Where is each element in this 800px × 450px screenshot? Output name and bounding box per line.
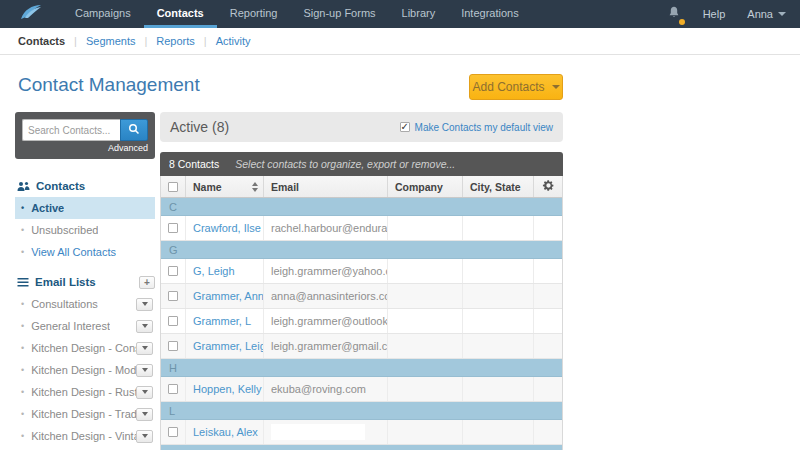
bullet-icon: •	[21, 409, 24, 419]
add-contacts-label: Add Contacts	[472, 80, 544, 94]
contact-company	[388, 334, 463, 358]
sidebar-item-unsubscribed[interactable]: •Unsubscribed	[15, 219, 155, 241]
contact-city-state	[463, 334, 534, 358]
sort-icon[interactable]	[252, 182, 258, 192]
default-view-checkbox[interactable]	[400, 122, 410, 132]
contact-name-link[interactable]: Grammer, Leigh	[193, 340, 264, 352]
default-view-label: Make Contacts my default view	[415, 122, 553, 133]
row-checkbox[interactable]	[168, 223, 178, 233]
notification-badge-dot	[679, 19, 685, 25]
bullet-icon: •	[21, 387, 24, 397]
user-name: Anna	[747, 8, 773, 20]
subnav-item-segments[interactable]: Segments	[86, 35, 136, 47]
brand-logo[interactable]	[0, 0, 62, 28]
list-dropdown-button[interactable]	[136, 408, 153, 421]
list-dropdown-button[interactable]	[136, 298, 153, 311]
default-view-toggle[interactable]: Make Contacts my default view	[400, 122, 553, 133]
view-title: Active (8)	[170, 119, 229, 135]
table-header-row: NameEmailCompanyCity, State	[161, 176, 562, 198]
sidebar-list-general-interest[interactable]: •General Interest	[15, 315, 155, 337]
sidebar-list-kitchen-design-traditi[interactable]: •Kitchen Design - Traditi...	[15, 403, 155, 425]
contact-row-grammer-anna: Grammer, Annaanna@annasinteriors.com	[161, 284, 562, 309]
section-header-c: C	[161, 198, 562, 216]
row-checkbox[interactable]	[168, 266, 178, 276]
row-checkbox[interactable]	[168, 316, 178, 326]
topnav-item-sign-up-forms[interactable]: Sign-up Forms	[290, 0, 388, 28]
contact-name-link[interactable]: Hoppen, Kelly	[193, 383, 262, 395]
chevron-down-icon	[142, 324, 148, 328]
sidebar-list-kitchen-design-vintage[interactable]: •Kitchen Design - Vintage	[15, 425, 155, 447]
list-dropdown-button[interactable]	[136, 430, 153, 443]
row-checkbox[interactable]	[168, 341, 178, 351]
chevron-down-icon	[142, 390, 148, 394]
selection-toolbar: 8 Contacts Select contacts to organize, …	[160, 152, 563, 176]
page-title: Contact Management	[18, 74, 200, 96]
contacts-count: 8 Contacts	[169, 158, 219, 170]
list-dropdown-button[interactable]	[136, 320, 153, 333]
sidebar-list-kitchen-design-modern[interactable]: •Kitchen Design - Modern	[15, 359, 155, 381]
bullet-icon: •	[21, 431, 24, 441]
contact-name-link[interactable]: Grammer, Anna	[193, 290, 264, 302]
column-header-email[interactable]: Email	[264, 176, 388, 197]
contact-company	[388, 309, 463, 333]
subnav-item-reports[interactable]: Reports	[156, 35, 195, 47]
add-contacts-button[interactable]: Add Contacts	[469, 74, 563, 100]
chevron-down-icon	[142, 434, 148, 438]
notifications-button[interactable]	[667, 5, 681, 24]
subnav-separator: |	[74, 35, 77, 47]
contact-row-g-leigh: G, Leighleigh.grammer@yahoo.com	[161, 259, 562, 284]
contact-name-link[interactable]: Crawford, Ilse	[193, 222, 261, 234]
topnav-item-reporting[interactable]: Reporting	[217, 0, 291, 28]
contact-city-state	[463, 259, 534, 283]
sidebar-list-consultations[interactable]: •Consultations	[15, 293, 155, 315]
add-list-button[interactable]: +	[139, 276, 155, 289]
contact-email: leigh.grammer@gmail.com	[271, 340, 388, 352]
list-dropdown-button[interactable]	[136, 386, 153, 399]
contact-name-link[interactable]: Grammer, L	[193, 315, 251, 327]
contact-email: leigh.grammer@outlook.com	[271, 315, 388, 327]
email-lists-header-label: Email Lists	[35, 276, 96, 288]
user-menu[interactable]: Anna	[747, 8, 786, 20]
column-header-city-state[interactable]: City, State	[463, 176, 534, 197]
search-input[interactable]	[22, 119, 120, 141]
sidebar-item-view-all-contacts[interactable]: •View All Contacts	[15, 241, 155, 263]
subnav-item-activity[interactable]: Activity	[216, 35, 251, 47]
advanced-search-link[interactable]: Advanced	[22, 143, 148, 153]
sidebar-contacts-header: Contacts	[15, 175, 155, 197]
column-settings-button[interactable]	[534, 176, 563, 197]
contact-row-leiskau-alex: Leiskau, Alex	[161, 420, 562, 445]
subnav-item-contacts[interactable]: Contacts	[18, 35, 65, 47]
sidebar-email-lists-items: •Consultations•General Interest•Kitchen …	[15, 293, 155, 447]
contact-city-state	[463, 377, 534, 401]
column-header-name[interactable]: Name	[186, 176, 264, 197]
select-all-checkbox[interactable]	[168, 182, 178, 192]
chevron-down-icon	[142, 346, 148, 350]
bullet-icon: •	[21, 299, 24, 309]
chevron-down-icon	[142, 302, 148, 306]
column-header-company[interactable]: Company	[388, 176, 463, 197]
sidebar-item-active[interactable]: •Active	[15, 197, 155, 219]
topnav-item-contacts[interactable]: Contacts	[144, 0, 217, 28]
contact-company	[388, 377, 463, 401]
topnav-item-library[interactable]: Library	[389, 0, 449, 28]
sidebar-list-kitchen-design-rustic[interactable]: •Kitchen Design - Rustic	[15, 381, 155, 403]
search-button[interactable]	[120, 119, 148, 141]
topnav-item-integrations[interactable]: Integrations	[448, 0, 531, 28]
contact-company	[388, 259, 463, 283]
contact-city-state	[463, 420, 534, 444]
topnav-item-campaigns[interactable]: Campaigns	[62, 0, 144, 28]
list-dropdown-button[interactable]	[136, 342, 153, 355]
row-checkbox[interactable]	[168, 291, 178, 301]
contact-name-link[interactable]: Leiskau, Alex	[193, 426, 258, 438]
bullet-icon: •	[21, 247, 24, 257]
sidebar-list-kitchen-design-cons[interactable]: •Kitchen Design - Cons...	[15, 337, 155, 359]
contact-name-link[interactable]: G, Leigh	[193, 265, 235, 277]
row-checkbox[interactable]	[168, 384, 178, 394]
row-checkbox[interactable]	[168, 427, 178, 437]
contact-management-app: CampaignsContactsReportingSign-up FormsL…	[0, 0, 800, 450]
help-link[interactable]: Help	[703, 8, 726, 20]
contact-row-grammer-leigh: Grammer, Leighleigh.grammer@gmail.com	[161, 334, 562, 359]
contact-city-state	[463, 216, 534, 240]
list-dropdown-button[interactable]	[136, 364, 153, 377]
empty-email-field[interactable]	[271, 424, 365, 440]
